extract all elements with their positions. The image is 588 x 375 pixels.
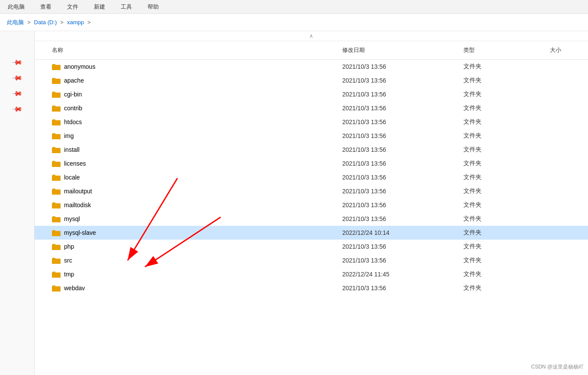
folder-icon bbox=[52, 243, 61, 250]
file-name: apache bbox=[64, 77, 84, 84]
svg-rect-17 bbox=[52, 133, 55, 135]
file-date: 2022/12/24 10:14 bbox=[337, 228, 458, 238]
file-date: 2021/10/3 13:56 bbox=[337, 117, 458, 127]
folder-icon bbox=[52, 229, 61, 236]
svg-rect-5 bbox=[52, 78, 55, 79]
table-row[interactable]: php 2021/10/3 13:56 文件夹 bbox=[35, 240, 588, 253]
svg-rect-11 bbox=[52, 106, 55, 107]
breadcrumb-xampp[interactable]: xampp bbox=[67, 19, 84, 26]
folder-icon bbox=[52, 77, 61, 84]
file-name-cell: htdocs bbox=[35, 117, 337, 127]
file-name: mailtodisk bbox=[64, 202, 91, 208]
main-container: 📌 📌 📌 📌 ∧ 名称 修改日期 类型 大小 bbox=[0, 31, 588, 375]
file-name: mysql-slave bbox=[64, 229, 96, 236]
table-row[interactable]: src 2021/10/3 13:56 文件夹 bbox=[35, 253, 588, 267]
file-name-cell: install bbox=[35, 144, 337, 155]
file-name: php bbox=[64, 243, 74, 250]
file-date: 2021/10/3 13:56 bbox=[337, 61, 458, 72]
breadcrumb-pc[interactable]: 此电脑 bbox=[7, 19, 24, 26]
file-type: 文件夹 bbox=[458, 130, 545, 141]
col-name-header[interactable]: 名称 bbox=[35, 44, 337, 57]
file-name: webdav bbox=[64, 285, 85, 292]
top-bar-item[interactable]: 文件 bbox=[64, 3, 82, 11]
file-name-cell: contrib bbox=[35, 103, 337, 113]
table-row[interactable]: locale 2021/10/3 13:56 文件夹 bbox=[35, 170, 588, 184]
file-size bbox=[545, 259, 588, 262]
folder-icon bbox=[52, 257, 61, 264]
file-name-cell: img bbox=[35, 131, 337, 141]
file-type: 文件夹 bbox=[458, 75, 545, 86]
pin-icon-2[interactable]: 📌 bbox=[10, 71, 25, 85]
file-size bbox=[545, 176, 588, 179]
file-date: 2021/10/3 13:56 bbox=[337, 255, 458, 266]
file-date: 2021/10/3 13:56 bbox=[337, 89, 458, 99]
file-type: 文件夹 bbox=[458, 89, 545, 100]
file-size bbox=[545, 189, 588, 193]
file-name: htdocs bbox=[64, 119, 82, 125]
folder-icon bbox=[52, 271, 61, 278]
pin-icon-1[interactable]: 📌 bbox=[10, 55, 25, 70]
file-name: src bbox=[64, 257, 72, 264]
breadcrumb-sep-2: > bbox=[60, 19, 64, 26]
col-size-header[interactable]: 大小 bbox=[545, 44, 588, 57]
file-name: licenses bbox=[64, 160, 86, 167]
table-row[interactable]: tmp 2022/12/24 11:45 文件夹 bbox=[35, 267, 588, 281]
file-name-cell: mysql-slave bbox=[35, 228, 337, 238]
table-row[interactable]: htdocs 2021/10/3 13:56 文件夹 bbox=[35, 115, 588, 129]
table-row[interactable]: install 2021/10/3 13:56 文件夹 bbox=[35, 143, 588, 157]
file-name-cell: apache bbox=[35, 75, 337, 86]
top-bar-item[interactable]: 查看 bbox=[37, 3, 55, 11]
file-size bbox=[545, 120, 588, 124]
watermark: CSDN @这里是杨杨吖 bbox=[531, 363, 584, 371]
file-type: 文件夹 bbox=[458, 255, 545, 266]
column-header: 名称 修改日期 类型 大小 bbox=[35, 41, 588, 60]
folder-icon bbox=[52, 188, 61, 195]
col-type-header[interactable]: 类型 bbox=[458, 44, 545, 57]
folder-icon bbox=[52, 63, 61, 70]
file-date: 2021/10/3 13:56 bbox=[337, 200, 458, 210]
top-bar-item[interactable]: 帮助 bbox=[144, 3, 162, 11]
table-row[interactable]: anonymous 2021/10/3 13:56 文件夹 bbox=[35, 60, 588, 74]
table-row[interactable]: img 2021/10/3 13:56 文件夹 bbox=[35, 129, 588, 143]
table-row[interactable]: contrib 2021/10/3 13:56 文件夹 bbox=[35, 101, 588, 115]
table-row[interactable]: apache 2021/10/3 13:56 文件夹 bbox=[35, 74, 588, 87]
table-row[interactable]: licenses 2021/10/3 13:56 文件夹 bbox=[35, 157, 588, 170]
folder-icon bbox=[52, 119, 61, 125]
table-row[interactable]: mailtodisk 2021/10/3 13:56 文件夹 bbox=[35, 198, 588, 212]
sidebar: 📌 📌 📌 📌 bbox=[0, 31, 35, 375]
file-size bbox=[545, 286, 588, 290]
table-row[interactable]: webdav 2021/10/3 13:56 文件夹 bbox=[35, 281, 588, 295]
file-name: mailoutput bbox=[64, 188, 92, 195]
file-date: 2021/10/3 13:56 bbox=[337, 241, 458, 252]
svg-rect-2 bbox=[52, 64, 55, 65]
file-name-cell: webdav bbox=[35, 283, 337, 293]
svg-rect-14 bbox=[52, 119, 55, 121]
breadcrumb-bar: 此电脑 > Data (D:) > xampp > bbox=[0, 14, 588, 31]
table-row[interactable]: mailoutput 2021/10/3 13:56 文件夹 bbox=[35, 184, 588, 198]
table-row[interactable]: mysql-slave 2022/12/24 10:14 文件夹 bbox=[35, 226, 588, 240]
top-bar-item[interactable]: 工具 bbox=[117, 3, 135, 11]
col-date-header[interactable]: 修改日期 bbox=[337, 44, 458, 57]
file-name: tmp bbox=[64, 271, 74, 278]
file-size bbox=[545, 272, 588, 276]
top-bar-item[interactable]: 新建 bbox=[90, 3, 109, 11]
table-row[interactable]: cgi-bin 2021/10/3 13:56 文件夹 bbox=[35, 87, 588, 101]
folder-icon bbox=[52, 215, 61, 222]
file-date: 2021/10/3 13:56 bbox=[337, 131, 458, 141]
svg-rect-44 bbox=[52, 258, 55, 259]
pin-icon-4[interactable]: 📌 bbox=[10, 102, 25, 116]
file-type: 文件夹 bbox=[458, 241, 545, 252]
file-name-cell: mysql bbox=[35, 214, 337, 224]
file-name: img bbox=[64, 132, 74, 139]
pin-icon-3[interactable]: 📌 bbox=[10, 86, 25, 101]
folder-icon bbox=[52, 285, 61, 292]
folder-icon bbox=[52, 91, 61, 98]
file-name: mysql bbox=[64, 215, 80, 222]
folder-icon bbox=[52, 202, 61, 208]
file-type: 文件夹 bbox=[458, 199, 545, 211]
breadcrumb-datad[interactable]: Data (D:) bbox=[34, 19, 57, 26]
top-bar-item[interactable]: 此电脑 bbox=[4, 3, 28, 11]
table-row[interactable]: mysql 2021/10/3 13:56 文件夹 bbox=[35, 212, 588, 226]
folder-icon bbox=[52, 160, 61, 167]
collapse-arrow[interactable]: ∧ bbox=[35, 31, 588, 41]
